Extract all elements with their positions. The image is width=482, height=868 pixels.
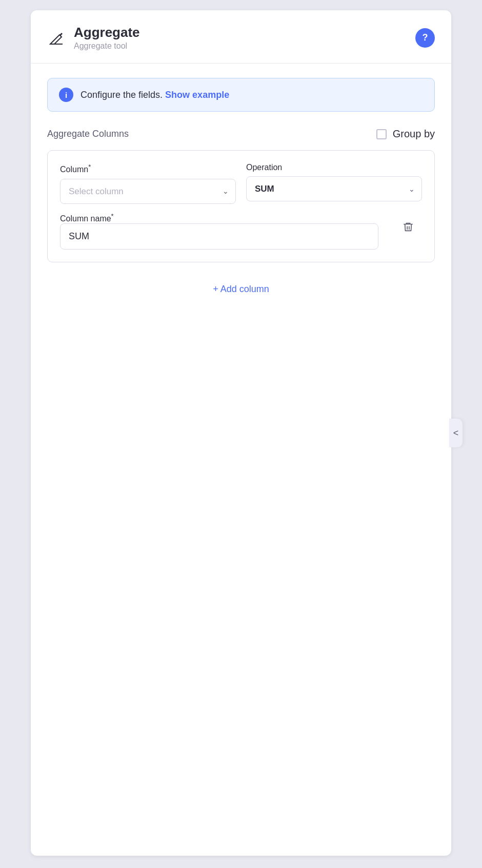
panel-title: Aggregate (74, 25, 140, 40)
column-label: Column* (60, 163, 236, 174)
edit-icon (47, 29, 66, 47)
panel-body: i Configure the fields. Show example Agg… (31, 64, 451, 318)
collapse-tab[interactable]: < (449, 419, 463, 447)
show-example-link[interactable]: Show example (165, 90, 229, 100)
operation-select[interactable]: SUM COUNT AVG MIN MAX (246, 176, 422, 201)
panel-subtitle: Aggregate tool (74, 42, 140, 51)
column-field-group: Column* Select column ⌄ (60, 163, 236, 203)
collapse-icon: < (453, 428, 459, 439)
fields-row: Column* Select column ⌄ Operation (60, 163, 422, 203)
operation-select-wrapper: SUM COUNT AVG MIN MAX ⌄ (246, 176, 422, 201)
column-name-input[interactable] (60, 223, 378, 250)
group-by-container: Group by (376, 128, 435, 140)
column-name-row: Column name* (60, 212, 422, 250)
aggregate-panel: Aggregate Aggregate tool ? i Configure t… (31, 10, 451, 856)
info-icon: i (59, 88, 73, 102)
group-by-label: Group by (393, 128, 435, 140)
info-banner: i Configure the fields. Show example (47, 78, 435, 112)
panel-header: Aggregate Aggregate tool ? (31, 10, 451, 64)
delete-column-button[interactable] (400, 219, 416, 235)
group-by-checkbox[interactable] (376, 129, 387, 139)
info-text: Configure the fields. Show example (81, 90, 229, 100)
header-text: Aggregate Aggregate tool (74, 25, 140, 51)
add-column-button[interactable]: + Add column (47, 275, 435, 304)
section-header: Aggregate Columns Group by (47, 128, 435, 140)
operation-field-group: Operation SUM COUNT AVG MIN MAX ⌄ (246, 163, 422, 203)
help-button[interactable]: ? (415, 28, 435, 48)
column-card: Column* Select column ⌄ Operation (47, 150, 435, 262)
header-left: Aggregate Aggregate tool (47, 25, 140, 51)
aggregate-columns-title: Aggregate Columns (47, 129, 129, 139)
operation-label: Operation (246, 163, 422, 172)
trash-icon (403, 221, 414, 233)
column-select-wrapper: Select column ⌄ (60, 179, 236, 204)
column-select[interactable]: Select column (60, 179, 236, 204)
column-name-label: Column name* (60, 214, 114, 223)
